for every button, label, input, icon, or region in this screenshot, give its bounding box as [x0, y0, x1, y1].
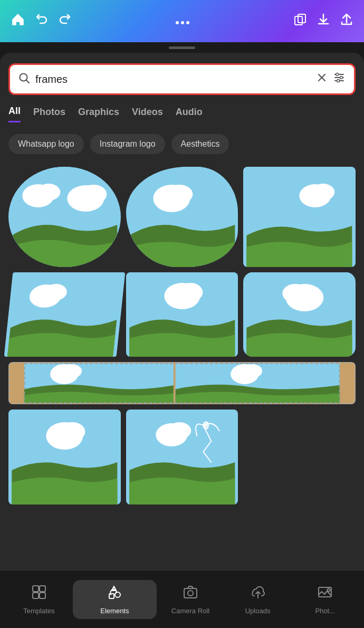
- search-value[interactable]: frames: [35, 73, 311, 85]
- svg-point-13: [340, 77, 343, 79]
- frame-thumb-rounded[interactable]: [243, 272, 356, 357]
- svg-point-50: [203, 421, 209, 430]
- category-tabs: All Photos Graphics Videos Audio: [8, 106, 356, 125]
- drag-handle[interactable]: [169, 46, 195, 49]
- svg-point-0: [176, 21, 179, 24]
- templates-icon: [31, 584, 47, 604]
- share-icon[interactable]: [340, 13, 353, 30]
- undo-icon[interactable]: [35, 13, 49, 30]
- suggestion-pills: Whatsapp logo Instagram logo Aesthetics: [8, 134, 356, 156]
- svg-point-42: [242, 364, 262, 378]
- svg-point-35: [283, 284, 308, 303]
- svg-point-59: [188, 591, 193, 596]
- nav-uploads-label: Uploads: [245, 607, 271, 615]
- svg-point-18: [37, 184, 60, 201]
- frame-thumb-skew[interactable]: [4, 272, 125, 357]
- svg-point-49: [168, 422, 191, 439]
- panel: frames All Photos Graphics Videos Audio: [0, 53, 364, 623]
- frame-thumb-bird[interactable]: [126, 410, 238, 505]
- results-grid: [8, 167, 356, 505]
- bottom-nav: Templates Elements Camera Roll: [0, 570, 364, 628]
- suggestion-whatsapp[interactable]: Whatsapp logo: [8, 134, 84, 154]
- frame-thumb-portrait[interactable]: [8, 410, 121, 505]
- suggestion-instagram[interactable]: Instagram logo: [90, 134, 165, 154]
- search-bar[interactable]: frames: [8, 63, 356, 95]
- frame-thumb-blob[interactable]: [126, 167, 238, 267]
- svg-point-46: [60, 422, 85, 441]
- svg-point-55: [115, 592, 120, 597]
- frame-thumb-rect1[interactable]: [243, 167, 356, 267]
- suggestion-aesthetics[interactable]: Aesthetics: [171, 134, 229, 154]
- svg-point-2: [186, 21, 189, 24]
- nav-elements-label: Elements: [100, 607, 129, 615]
- svg-rect-39: [174, 363, 176, 403]
- svg-rect-52: [40, 586, 45, 592]
- svg-point-1: [181, 21, 184, 24]
- filter-icon[interactable]: [333, 71, 346, 87]
- svg-point-12: [336, 73, 339, 76]
- tab-photos[interactable]: Photos: [33, 107, 65, 122]
- svg-point-32: [177, 283, 203, 302]
- elements-icon: [107, 584, 122, 604]
- redo-icon[interactable]: [58, 13, 72, 30]
- nav-uploads[interactable]: Uploads: [224, 579, 292, 620]
- frame-thumb-circle[interactable]: [8, 167, 121, 267]
- svg-line-6: [26, 80, 30, 83]
- top-bar-right: [293, 13, 353, 30]
- svg-rect-54: [40, 593, 45, 598]
- nav-templates[interactable]: Templates: [5, 579, 73, 620]
- nav-photos[interactable]: Phot...: [291, 579, 359, 620]
- tab-graphics[interactable]: Graphics: [78, 107, 119, 122]
- home-icon[interactable]: [11, 12, 25, 30]
- svg-rect-58: [184, 588, 197, 598]
- nav-photos-label: Phot...: [315, 607, 335, 615]
- tab-videos[interactable]: Videos: [132, 107, 163, 122]
- svg-rect-56: [109, 594, 114, 598]
- duplicate-icon[interactable]: [293, 13, 307, 30]
- svg-point-20: [80, 185, 107, 204]
- svg-marker-57: [112, 586, 116, 591]
- nav-templates-label: Templates: [23, 607, 54, 615]
- more-options-icon[interactable]: [175, 15, 190, 27]
- svg-point-14: [337, 80, 340, 82]
- search-icon: [18, 72, 30, 87]
- photos-icon: [317, 584, 333, 604]
- svg-rect-51: [33, 586, 39, 592]
- tab-audio[interactable]: Audio: [176, 107, 203, 122]
- tab-all[interactable]: All: [8, 106, 21, 122]
- svg-point-23: [166, 185, 193, 204]
- download-icon[interactable]: [317, 13, 330, 30]
- svg-rect-53: [33, 593, 39, 598]
- top-bar: [0, 0, 364, 42]
- svg-point-26: [312, 184, 335, 201]
- frame-thumb-square[interactable]: [126, 272, 238, 357]
- frame-thumb-wide[interactable]: [8, 362, 356, 404]
- svg-point-61: [328, 588, 330, 591]
- nav-camera-roll[interactable]: Camera Roll: [157, 579, 224, 620]
- camera-roll-icon: [183, 584, 198, 604]
- svg-point-38: [62, 364, 82, 378]
- search-clear-button[interactable]: [316, 72, 328, 87]
- nav-elements[interactable]: Elements: [73, 580, 157, 619]
- top-bar-left: [11, 12, 72, 30]
- nav-camera-label: Camera Roll: [171, 607, 209, 615]
- uploads-icon: [250, 584, 266, 604]
